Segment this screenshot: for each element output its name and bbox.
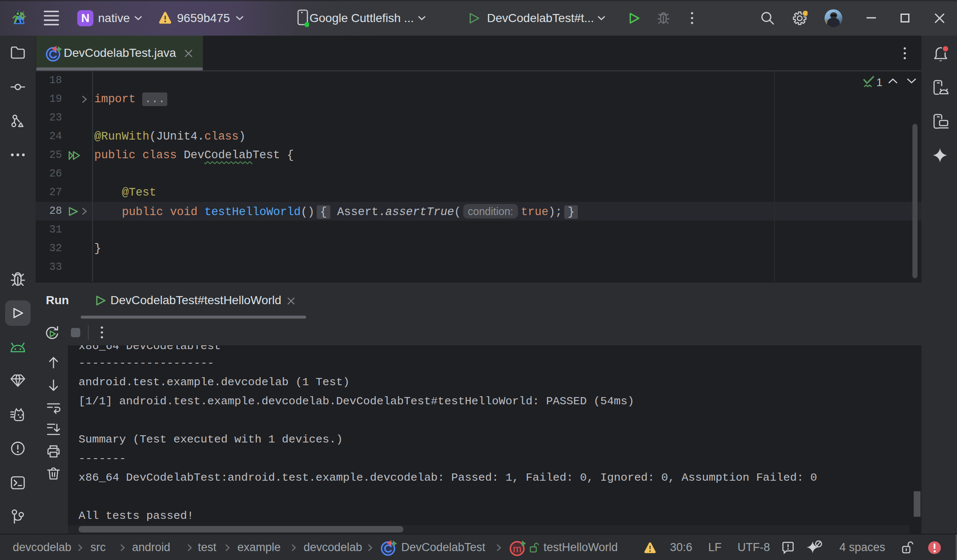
svg-text:m: m xyxy=(513,543,521,554)
